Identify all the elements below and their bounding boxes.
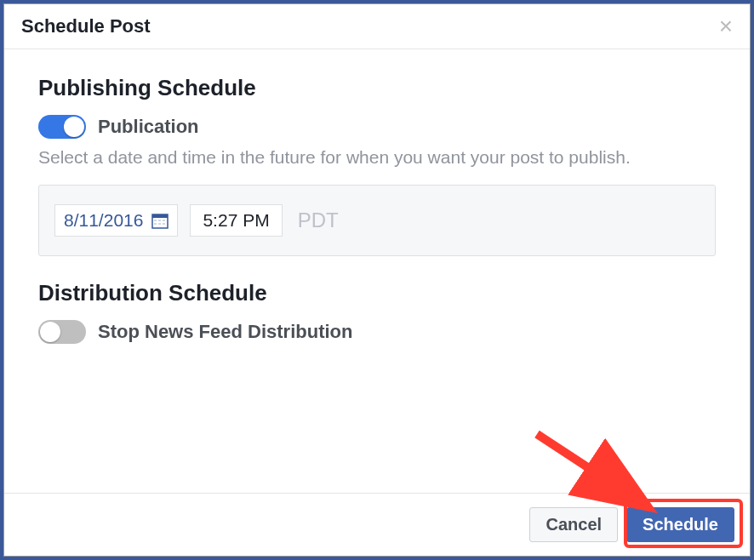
stop-distribution-toggle-label: Stop News Feed Distribution [98, 321, 352, 343]
svg-rect-6 [154, 223, 157, 225]
time-value: 5:27 PM [203, 210, 269, 230]
schedule-post-modal: Schedule Post × Publishing Schedule Publ… [3, 3, 751, 557]
publication-toggle-label: Publication [98, 116, 199, 138]
time-input[interactable]: 5:27 PM [190, 204, 282, 237]
publication-toggle-row: Publication [38, 115, 716, 139]
date-value: 8/11/2016 [64, 210, 143, 231]
publication-toggle[interactable] [38, 115, 86, 139]
timezone-label: PDT [298, 209, 339, 232]
stop-distribution-toggle[interactable] [38, 320, 86, 344]
date-input[interactable]: 8/11/2016 [54, 204, 178, 237]
modal-header: Schedule Post × [4, 4, 750, 49]
publishing-schedule-heading: Publishing Schedule [38, 75, 716, 101]
datetime-container: 8/11/2016 5:27 PM PDT [38, 185, 716, 256]
close-icon[interactable]: × [719, 14, 733, 38]
svg-rect-5 [163, 220, 165, 221]
svg-rect-3 [154, 220, 157, 221]
cancel-button[interactable]: Cancel [529, 507, 618, 542]
svg-rect-8 [163, 223, 165, 225]
modal-title: Schedule Post [21, 15, 151, 37]
svg-rect-7 [158, 223, 161, 225]
toggle-knob [64, 117, 84, 137]
distribution-schedule-heading: Distribution Schedule [38, 280, 716, 306]
modal-footer: Cancel Schedule [4, 493, 750, 556]
svg-rect-1 [152, 214, 168, 218]
distribution-toggle-row: Stop News Feed Distribution [38, 320, 716, 344]
calendar-icon [151, 212, 169, 229]
svg-rect-4 [158, 220, 161, 221]
toggle-knob [40, 322, 60, 342]
schedule-button[interactable]: Schedule [626, 507, 734, 542]
modal-body: Publishing Schedule Publication Select a… [4, 49, 750, 493]
publication-description: Select a date and time in the future for… [38, 146, 716, 169]
